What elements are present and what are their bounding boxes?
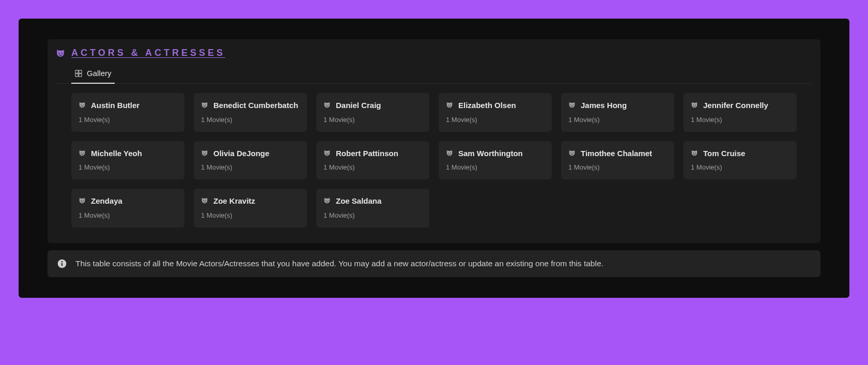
actor-name: Tom Cruise	[703, 148, 745, 159]
actor-movie-count: 1 Movie(s)	[691, 116, 789, 124]
actor-name: Benedict Cumberbatch	[213, 100, 298, 111]
actor-name: Zoe Kravitz	[213, 196, 255, 206]
actor-card[interactable]: Robert Pattinson1 Movie(s)	[316, 141, 429, 180]
actor-card-head: Austin Butler	[79, 100, 177, 111]
actor-movie-count: 1 Movie(s)	[201, 211, 300, 219]
actor-movie-count: 1 Movie(s)	[79, 211, 177, 219]
theater-mask-icon	[56, 49, 65, 58]
actor-card-head: James Hong	[568, 100, 667, 111]
actor-card[interactable]: Timothee Chalamet1 Movie(s)	[561, 141, 674, 180]
actor-name: Michelle Yeoh	[91, 148, 142, 159]
actor-card[interactable]: Sam Worthington1 Movie(s)	[439, 141, 552, 180]
actor-name: Daniel Craig	[336, 100, 381, 111]
panel-title: ACTORS & ACTRESSES	[71, 48, 225, 58]
actor-card[interactable]: Zoe Kravitz1 Movie(s)	[194, 189, 307, 227]
panel-header: ACTORS & ACTRESSES	[56, 48, 812, 65]
actor-card-head: Robert Pattinson	[323, 148, 422, 159]
info-icon	[57, 258, 67, 269]
actor-card-head: Elizabeth Olsen	[446, 100, 545, 111]
actor-card[interactable]: Jennifer Connelly1 Movie(s)	[684, 93, 797, 132]
theater-mask-icon	[323, 149, 331, 157]
actor-movie-count: 1 Movie(s)	[323, 116, 422, 124]
actor-card[interactable]: Austin Butler1 Movie(s)	[71, 93, 184, 132]
actor-card[interactable]: Zendaya1 Movie(s)	[71, 189, 184, 227]
actor-movie-count: 1 Movie(s)	[201, 163, 300, 171]
theater-mask-icon	[201, 101, 208, 109]
actor-card-head: Zoe Saldana	[323, 196, 422, 206]
theater-mask-icon	[446, 101, 453, 109]
actor-name: Zoe Saldana	[336, 196, 381, 206]
actor-movie-count: 1 Movie(s)	[79, 163, 177, 171]
theater-mask-icon	[568, 101, 576, 109]
actor-card-head: Olivia DeJonge	[201, 148, 300, 159]
gallery-grid-icon	[74, 69, 83, 78]
actor-movie-count: 1 Movie(s)	[79, 116, 177, 124]
actor-movie-count: 1 Movie(s)	[691, 163, 789, 171]
actor-card[interactable]: Olivia DeJonge1 Movie(s)	[194, 141, 307, 180]
actor-card-head: Sam Worthington	[446, 148, 545, 159]
app-shell: ACTORS & ACTRESSES Gallery Austin Butler…	[19, 19, 849, 298]
theater-mask-icon	[79, 197, 86, 204]
actor-name: Jennifer Connelly	[703, 100, 768, 111]
actor-card-head: Michelle Yeoh	[79, 148, 177, 159]
tab-bar: Gallery	[56, 65, 812, 84]
theater-mask-icon	[79, 101, 86, 109]
actor-name: Sam Worthington	[458, 148, 523, 159]
actor-card[interactable]: Tom Cruise1 Movie(s)	[684, 141, 797, 180]
theater-mask-icon	[446, 149, 453, 157]
info-callout: This table consists of all the Movie Act…	[48, 250, 820, 277]
actor-name: Olivia DeJonge	[213, 148, 269, 159]
actor-movie-count: 1 Movie(s)	[568, 163, 667, 171]
actor-card[interactable]: James Hong1 Movie(s)	[561, 93, 674, 132]
actor-name: James Hong	[581, 100, 627, 111]
theater-mask-icon	[201, 197, 208, 204]
theater-mask-icon	[323, 101, 331, 109]
theater-mask-icon	[323, 197, 331, 204]
actor-name: Zendaya	[91, 196, 122, 206]
actor-card[interactable]: Daniel Craig1 Movie(s)	[316, 93, 429, 132]
actor-movie-count: 1 Movie(s)	[446, 116, 545, 124]
actor-card-head: Jennifer Connelly	[691, 100, 789, 111]
actor-movie-count: 1 Movie(s)	[446, 163, 545, 171]
actor-card-head: Daniel Craig	[323, 100, 422, 111]
actors-panel: ACTORS & ACTRESSES Gallery Austin Butler…	[48, 39, 820, 243]
actor-card-head: Zendaya	[79, 196, 177, 206]
theater-mask-icon	[201, 149, 208, 157]
actor-card-head: Timothee Chalamet	[568, 148, 667, 159]
actor-movie-count: 1 Movie(s)	[568, 116, 667, 124]
actor-card-head: Zoe Kravitz	[201, 196, 300, 206]
actor-movie-count: 1 Movie(s)	[201, 116, 300, 124]
actor-name: Austin Butler	[91, 100, 140, 111]
actor-name: Timothee Chalamet	[581, 148, 652, 159]
actor-card[interactable]: Elizabeth Olsen1 Movie(s)	[439, 93, 552, 132]
theater-mask-icon	[79, 149, 86, 157]
actor-name: Robert Pattinson	[336, 148, 398, 159]
actor-card[interactable]: Benedict Cumberbatch1 Movie(s)	[194, 93, 307, 132]
actor-movie-count: 1 Movie(s)	[323, 211, 422, 219]
actor-movie-count: 1 Movie(s)	[323, 163, 422, 171]
theater-mask-icon	[691, 101, 698, 109]
actor-card[interactable]: Zoe Saldana1 Movie(s)	[316, 189, 429, 227]
theater-mask-icon	[568, 149, 576, 157]
actor-card[interactable]: Michelle Yeoh1 Movie(s)	[71, 141, 184, 180]
actor-card-head: Tom Cruise	[691, 148, 789, 159]
theater-mask-icon	[691, 149, 698, 157]
info-text: This table consists of all the Movie Act…	[75, 259, 603, 268]
tab-gallery-label: Gallery	[87, 69, 112, 78]
actor-card-head: Benedict Cumberbatch	[201, 100, 300, 111]
actors-gallery: Austin Butler1 Movie(s)Benedict Cumberba…	[56, 84, 812, 233]
actor-name: Elizabeth Olsen	[458, 100, 516, 111]
tab-gallery[interactable]: Gallery	[71, 65, 115, 84]
